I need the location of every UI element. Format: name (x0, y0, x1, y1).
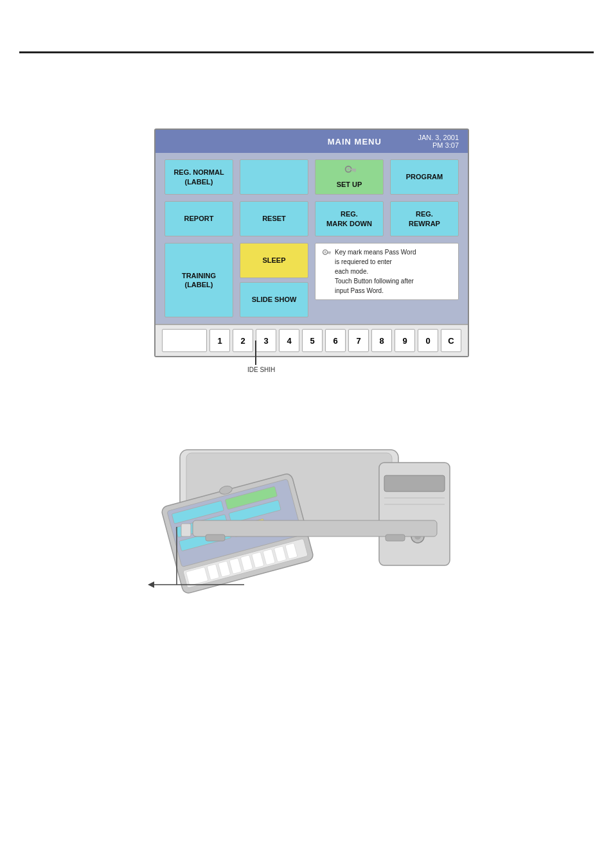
info-box: Key mark means Pass Word is requiered to… (315, 243, 459, 300)
svg-rect-2 (350, 169, 355, 170)
sleep-button[interactable]: SLEEP (240, 243, 308, 278)
info-text: Key mark means Pass Word is requiered to… (335, 247, 416, 296)
svg-rect-4 (352, 170, 353, 172)
col2-row3: SLEEP SLIDE SHOW (240, 243, 308, 317)
key-icon (343, 164, 356, 179)
svg-rect-40 (181, 524, 191, 536)
numpad-5[interactable]: 5 (302, 329, 323, 352)
empty-button-1 (240, 159, 308, 195)
svg-rect-8 (329, 252, 330, 254)
info-key-icon (321, 249, 331, 260)
screen-header: MAIN MENU JAN. 3, 2001 PM 3:07 (155, 130, 468, 153)
report-button[interactable]: REPORT (164, 201, 233, 236)
svg-rect-32 (384, 475, 445, 492)
screen-datetime: JAN. 3, 2001 PM 3:07 (418, 134, 459, 149)
svg-point-1 (347, 168, 350, 171)
numpad-8[interactable]: 8 (371, 329, 392, 352)
svg-rect-39 (386, 535, 405, 541)
slide-show-annotation: IDE SHIH (247, 341, 275, 373)
numpad-6[interactable]: 6 (325, 329, 346, 352)
numpad-display (162, 329, 207, 352)
reg-mark-down-button[interactable]: REG. MARK DOWN (315, 201, 384, 236)
numpad-c[interactable]: C (441, 329, 461, 352)
main-menu-screen: MAIN MENU JAN. 3, 2001 PM 3:07 REG. NORM… (154, 128, 469, 357)
svg-rect-37 (193, 520, 437, 536)
button-grid: REG. NORMAL (LABEL) SET UP PROGRAM REPOR… (155, 153, 468, 324)
numpad-4[interactable]: 4 (279, 329, 299, 352)
numpad-7[interactable]: 7 (348, 329, 369, 352)
reg-normal-button[interactable]: REG. NORMAL (LABEL) (164, 159, 233, 195)
top-rule (19, 51, 594, 53)
svg-rect-38 (206, 535, 225, 541)
reg-rewrap-button[interactable]: REG. REWRAP (390, 201, 459, 236)
svg-rect-9 (328, 252, 329, 254)
annotation-label: IDE SHIH (247, 366, 275, 373)
numpad-0[interactable]: 0 (418, 329, 438, 352)
slide-show-button[interactable]: SLIDE SHOW (240, 282, 308, 317)
set-up-button[interactable]: SET UP (315, 159, 384, 195)
screen-title: MAIN MENU (291, 137, 418, 146)
program-button[interactable]: PROGRAM (390, 159, 459, 195)
numpad-9[interactable]: 9 (395, 329, 415, 352)
svg-rect-3 (354, 170, 355, 172)
scale-illustration (141, 398, 469, 636)
svg-rect-7 (327, 252, 331, 253)
svg-marker-43 (148, 581, 154, 588)
numpad-row: 1 2 3 4 5 6 7 8 9 0 C (155, 324, 468, 356)
svg-point-6 (324, 251, 326, 253)
training-button[interactable]: TRAINING (LABEL) (164, 243, 233, 317)
scale-svg (141, 398, 469, 636)
numpad-1[interactable]: 1 (209, 329, 230, 352)
reset-button[interactable]: RESET (240, 201, 308, 236)
